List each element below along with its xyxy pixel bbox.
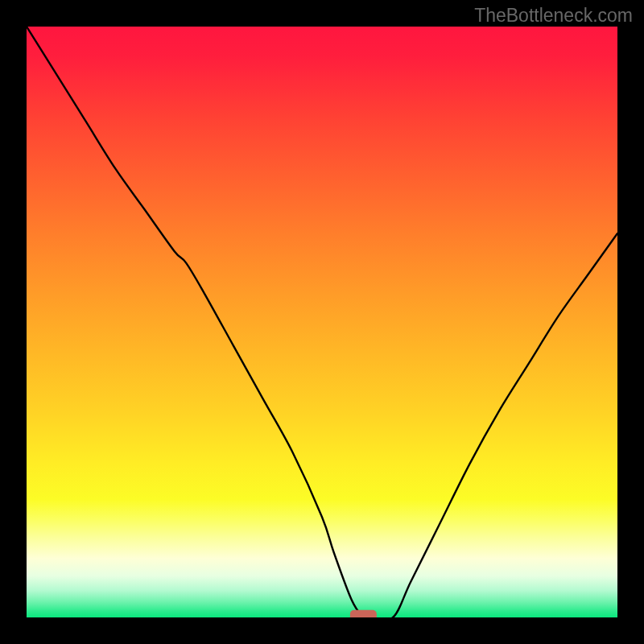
chart-frame: TheBottleneck.com xyxy=(0,0,644,644)
bottleneck-plot xyxy=(27,27,617,617)
watermark-text: TheBottleneck.com xyxy=(474,5,633,27)
plot-background xyxy=(27,27,617,617)
plot-svg xyxy=(27,27,617,617)
target-marker xyxy=(350,610,377,617)
